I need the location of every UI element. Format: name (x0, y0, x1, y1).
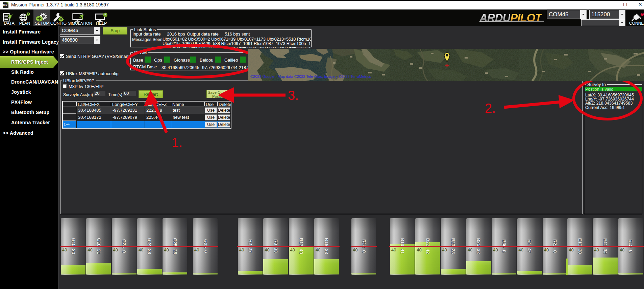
svg-text:?: ? (104, 13, 106, 17)
svg-text:©2022 Google - Map data ©2022: ©2022 Google - Map data ©2022 Tele Atlas… (250, 74, 371, 79)
